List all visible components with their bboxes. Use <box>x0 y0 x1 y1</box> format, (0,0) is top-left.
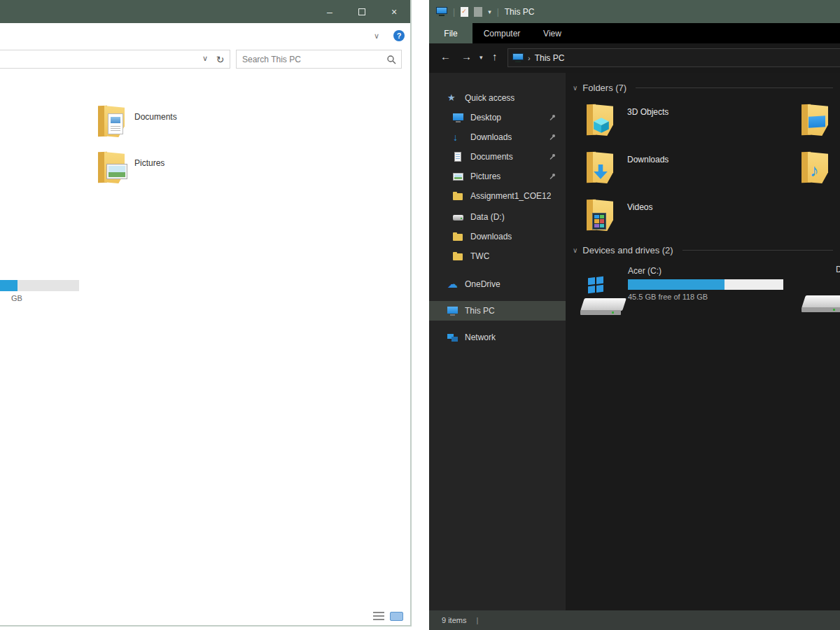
tile-videos[interactable]: Videos <box>587 199 748 238</box>
sidebar-item-documents[interactable]: Documents <box>429 147 566 167</box>
collapse-chevron-icon[interactable]: ∨ <box>573 246 578 254</box>
drive-capacity-fill <box>628 279 724 290</box>
back-button[interactable]: ← <box>440 50 451 62</box>
titlebar-separator: | <box>497 7 499 17</box>
navigation-pane: ★ Quick access Desktop ↓ Downloads Docum… <box>429 73 566 610</box>
sidebar-item-data-d[interactable]: Data (D:) <box>429 207 566 227</box>
collapse-chevron-icon[interactable]: ∨ <box>573 84 578 92</box>
this-pc-icon <box>436 7 447 16</box>
ribbon-strip: ∨ ? <box>0 23 410 46</box>
titlebar-separator: | <box>453 7 455 17</box>
address-bar[interactable]: › This PC <box>507 48 840 67</box>
explorer-window-light: – × ∨ ? ∨ ↻ Search This PC Documents <box>0 0 412 626</box>
refresh-button[interactable]: ↻ <box>211 50 230 69</box>
group-header-folders[interactable]: ∨ Folders (7) <box>573 81 833 94</box>
recent-locations-dropdown-icon[interactable]: ▾ <box>479 54 483 61</box>
sidebar-item-desktop[interactable]: Desktop <box>429 108 566 127</box>
drive-name: Acer (C:) <box>628 266 662 276</box>
drive-name: Data (D:) <box>836 265 840 274</box>
drive-icon <box>582 287 626 315</box>
sidebar-item-onedrive[interactable]: ☁ OneDrive <box>429 274 566 294</box>
sidebar-item-quick-access[interactable]: ★ Quick access <box>429 88 566 108</box>
breadcrumb[interactable]: This PC <box>535 53 565 63</box>
search-icon <box>386 55 396 64</box>
help-icon[interactable]: ? <box>393 30 405 41</box>
music-folder-icon: ♪ <box>802 151 828 183</box>
address-bar[interactable]: ∨ <box>0 50 211 69</box>
tile-drive-data-d[interactable]: Data (D:) <box>801 262 840 318</box>
tab-view[interactable]: View <box>531 23 573 43</box>
search-input[interactable]: Search This PC <box>236 50 402 69</box>
details-view-icon[interactable] <box>373 612 384 621</box>
tile-pictures[interactable]: Pictures <box>98 151 266 190</box>
ribbon-tabs: File Computer View <box>429 23 840 43</box>
group-header-devices[interactable]: ∨ Devices and drives (2) <box>573 244 833 256</box>
titlebar[interactable]: – × <box>0 0 410 23</box>
this-pc-icon <box>512 53 524 62</box>
sidebar-item-downloads[interactable]: ↓ Downloads <box>429 127 566 147</box>
tile-music[interactable]: ♪ Music <box>802 151 840 190</box>
sidebar-item-twc[interactable]: TWC <box>429 246 566 266</box>
sidebar-item-network[interactable]: Network <box>429 328 566 347</box>
breadcrumb-chevron: › <box>528 54 531 62</box>
drive-capacity-bar <box>0 280 79 291</box>
content-pane: ∨ Folders (7) 3D Objects Downloads <box>566 73 840 610</box>
onedrive-icon: ☁ <box>447 279 458 289</box>
quick-access-toolbar-dropdown-icon[interactable]: ▾ <box>488 8 491 15</box>
new-folder-icon[interactable] <box>474 7 482 17</box>
tile-downloads[interactable]: Downloads <box>587 151 748 190</box>
downloads-folder-icon <box>587 151 613 183</box>
drive-usage-text: 45.5 GB free of 118 GB <box>628 293 708 301</box>
folder-icon <box>453 232 464 241</box>
quick-access-icon: ★ <box>447 93 458 103</box>
desktop-folder-icon <box>802 104 828 136</box>
tile-label: Pictures <box>134 158 164 168</box>
drive-capacity-fill <box>0 280 18 291</box>
pin-icon <box>549 114 556 121</box>
group-divider <box>682 250 833 251</box>
sidebar-item-downloads-folder[interactable]: Downloads <box>429 227 566 246</box>
address-row: ← → ▾ ↑ › This PC <box>429 43 840 73</box>
tile-desktop[interactable]: Desktop <box>802 104 840 143</box>
status-separator: | <box>476 616 478 624</box>
close-button[interactable]: × <box>378 0 410 23</box>
sidebar-item-pictures[interactable]: Pictures <box>429 167 566 186</box>
tab-computer[interactable]: Computer <box>472 23 531 43</box>
thumbnails-view-icon[interactable] <box>390 612 403 621</box>
explorer-window-dark: | ▾ | This PC File Computer View ← → ▾ ↑… <box>429 0 840 630</box>
minimize-button[interactable]: – <box>314 0 346 23</box>
caption-buttons: – × <box>314 0 410 23</box>
document-icon <box>453 152 464 162</box>
tile-3d-objects[interactable]: 3D Objects <box>587 104 748 143</box>
item-count: 9 items <box>442 616 466 624</box>
pin-icon <box>549 173 556 180</box>
search-placeholder: Search This PC <box>242 55 301 64</box>
videos-folder-icon <box>587 199 613 231</box>
tile-documents[interactable]: Documents <box>98 105 266 144</box>
this-pc-icon <box>447 306 458 316</box>
3d-objects-folder-icon <box>587 104 613 136</box>
drive-icon <box>804 284 840 312</box>
forward-button[interactable]: → <box>461 50 472 62</box>
sidebar-item-this-pc[interactable]: This PC <box>429 301 566 321</box>
desktop-icon <box>453 113 464 122</box>
titlebar[interactable]: | ▾ | This PC <box>429 0 840 23</box>
sidebar-item-assignment1-coe12[interactable]: Assignment1_COE12 <box>429 186 566 206</box>
window-title: This PC <box>505 7 535 17</box>
address-row: ∨ ↻ Search This PC <box>0 46 410 71</box>
pictures-folder-icon <box>98 151 125 183</box>
properties-icon[interactable] <box>461 7 468 17</box>
network-icon <box>447 332 458 342</box>
drive-usage-text: GB <box>11 294 22 302</box>
address-dropdown-icon[interactable]: ∨ <box>202 54 208 63</box>
group-divider <box>636 88 833 88</box>
up-button[interactable]: ↑ <box>492 50 498 62</box>
maximize-button[interactable] <box>346 0 378 23</box>
tile-drive-acer-c[interactable]: Acer (C:) 45.5 GB free of 118 GB <box>580 262 804 318</box>
folder-icon <box>453 251 464 261</box>
drive-icon <box>453 212 464 222</box>
drive-capacity-bar <box>628 279 783 290</box>
ribbon-expand-icon[interactable]: ∨ <box>374 31 379 41</box>
tab-file[interactable]: File <box>429 23 472 43</box>
status-bar: 9 items | <box>429 610 840 630</box>
